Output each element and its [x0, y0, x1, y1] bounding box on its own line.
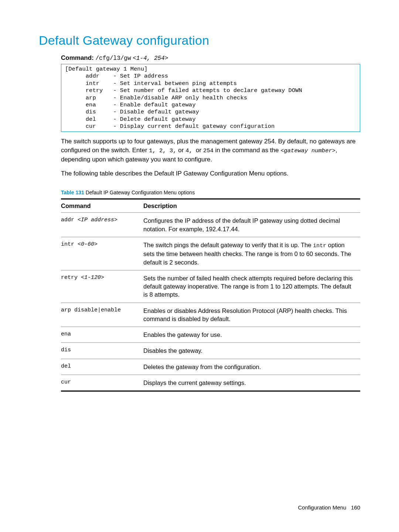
- menu-key: ena: [86, 102, 96, 108]
- cmd-cell: arp disable|enable: [61, 303, 143, 327]
- menu-box: [Default gateway 1 Menu] addr - Set IP a…: [61, 64, 360, 132]
- table-row: ena Enables the gateway for use.: [61, 327, 360, 343]
- footer-section: Configuration Menu: [298, 504, 347, 511]
- table-row: dis Disables the gateway.: [61, 343, 360, 359]
- command-args: <1-4, 254>: [133, 55, 168, 62]
- table-caption: Table 131 Default IP Gateway Configurati…: [61, 190, 360, 195]
- table-number: Table 131: [61, 190, 84, 195]
- intro-paragraph: The switch supports up to four gateways,…: [61, 137, 360, 164]
- table-caption-text: Default IP Gateway Configuration Menu op…: [84, 190, 195, 195]
- cmd-pre: del: [61, 363, 71, 369]
- desc-cell: Deletes the gateway from the configurati…: [143, 359, 360, 375]
- table-row: del Deletes the gateway from the configu…: [61, 359, 360, 375]
- cmd-cell: cur: [61, 375, 143, 391]
- command-line: Command: /cfg/l3/gw <1-4, 254>: [61, 54, 360, 62]
- options-table: Command Description addr <IP address> Co…: [61, 198, 360, 392]
- page-title: Default Gateway configuration: [39, 33, 360, 48]
- desc-cell: Enables the gateway for use.: [143, 327, 360, 343]
- cmd-pre: dis: [61, 347, 71, 353]
- desc-cell: Disables the gateway.: [143, 343, 360, 359]
- table-row: intr <0-60> The switch pings the default…: [61, 237, 360, 270]
- table-header-row: Command Description: [61, 199, 360, 213]
- desc-mono: intr: [313, 243, 326, 249]
- menu-header: [Default gateway 1 Menu]: [65, 66, 147, 72]
- cmd-cell: dis: [61, 343, 143, 359]
- p1-m3: 254: [203, 147, 214, 154]
- table-intro: The following table describes the Defaul…: [61, 169, 360, 178]
- cmd-cell: intr <0-60>: [61, 237, 143, 270]
- cmd-cell: addr <IP address>: [61, 213, 143, 237]
- menu-key: addr: [86, 73, 99, 79]
- cmd-arg: <IP address>: [78, 217, 117, 223]
- menu-key: intr: [86, 80, 99, 87]
- table-row: arp disable|enable Enables or disables A…: [61, 303, 360, 327]
- cmd-pre: arp disable|enable: [61, 307, 121, 313]
- menu-desc: - Display current default gateway config…: [113, 123, 274, 130]
- cmd-pre: intr: [61, 241, 78, 248]
- p1-m2: 4,: [185, 147, 196, 154]
- p1b: in the command as the: [214, 147, 280, 154]
- desc-cell: Configures the IP address of the default…: [143, 213, 360, 237]
- desc-cell: The switch pings the default gateway to …: [143, 237, 360, 270]
- footer-page-number: 160: [351, 504, 360, 511]
- desc-cell: Enables or disables Address Resolution P…: [143, 303, 360, 327]
- cmd-cell: retry <1-120>: [61, 270, 143, 303]
- cmd-arg: <1-120>: [81, 274, 104, 281]
- menu-desc: - Delete default gateway: [113, 116, 195, 123]
- table-row: addr <IP address> Configures the IP addr…: [61, 213, 360, 237]
- menu-key: arp: [86, 95, 96, 101]
- cmd-pre: addr: [61, 217, 78, 223]
- page-footer: Configuration Menu 160: [298, 504, 360, 511]
- p1-mid1: or: [177, 147, 186, 154]
- menu-desc: - Enable default gateway: [113, 102, 195, 108]
- p1-mid2: or: [196, 147, 203, 154]
- menu-desc: - Set interval between ping attempts: [113, 80, 237, 87]
- menu-desc: - Enable/disable ARP only health checks: [113, 95, 247, 101]
- menu-desc: - Set number of failed attempts to decla…: [113, 87, 302, 94]
- cmd-cell: ena: [61, 327, 143, 343]
- table-row: cur Displays the current gateway setting…: [61, 375, 360, 391]
- p1-m1: 1, 2, 3,: [149, 147, 176, 154]
- cmd-arg: <0-60>: [78, 241, 98, 248]
- cmd-cell: del: [61, 359, 143, 375]
- cmd-pre: retry: [61, 274, 81, 281]
- th-command: Command: [61, 199, 143, 213]
- desc-cell: Displays the current gateway settings.: [143, 375, 360, 391]
- p1-gw: <gateway number>: [280, 147, 335, 154]
- menu-desc: - Set IP address: [113, 73, 168, 79]
- command-path: /cfg/l3/gw: [96, 55, 131, 62]
- th-description: Description: [143, 199, 360, 213]
- table-row: retry <1-120> Sets the number of failed …: [61, 270, 360, 303]
- menu-key: retry: [86, 87, 103, 94]
- menu-key: del: [86, 116, 96, 123]
- menu-key: dis: [86, 109, 96, 115]
- menu-desc: - Disable default gateway: [113, 109, 199, 115]
- command-label: Command:: [61, 54, 94, 61]
- desc-cell: Sets the number of failed health check a…: [143, 270, 360, 303]
- cmd-pre: cur: [61, 379, 71, 385]
- cmd-pre: ena: [61, 331, 71, 337]
- page: Default Gateway configuration Command: /…: [0, 0, 399, 532]
- menu-key: cur: [86, 123, 96, 130]
- desc-pre: The switch pings the default gateway to …: [143, 242, 313, 248]
